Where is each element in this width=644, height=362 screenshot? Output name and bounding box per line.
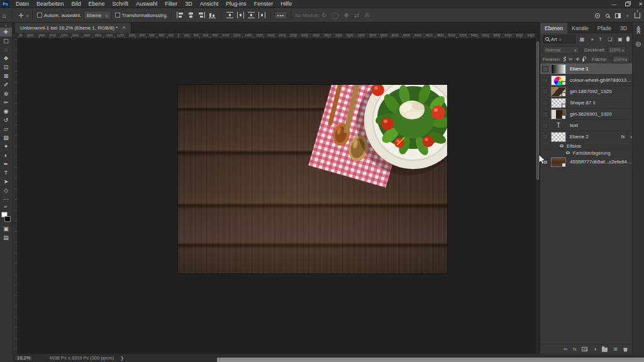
layer-name[interactable]: Ebene 2 [570, 134, 621, 140]
effects-label[interactable]: Effekte [567, 143, 581, 149]
filter-adjustment-icon[interactable]: ◑ [590, 36, 593, 42]
horizontal-scrollbar[interactable] [217, 358, 644, 362]
lock-position-icon[interactable]: ✛ [575, 57, 580, 62]
canvas-image[interactable] [178, 85, 447, 273]
search-icon[interactable] [606, 14, 609, 18]
restore-button[interactable] [625, 3, 630, 6]
color-overlay-label[interactable]: Farbüberlagerung [573, 150, 611, 156]
menu-schrift[interactable]: Schrift [109, 0, 133, 8]
fill-field[interactable]: 100% ∨ [612, 55, 630, 63]
adjustment-layer-icon[interactable]: ◑ [593, 346, 596, 352]
menu-datei[interactable]: Datei [12, 0, 33, 8]
effects-row[interactable]: Effekte [540, 143, 633, 150]
home-icon[interactable]: ⌂ [0, 12, 9, 19]
menu-3d[interactable]: 3D [181, 0, 196, 8]
visibility-toggle[interactable] [542, 123, 548, 129]
filter-type-icon[interactable]: T [599, 36, 602, 42]
align-left-icon[interactable] [177, 12, 184, 18]
menu-ebene[interactable]: Ebene [85, 0, 109, 8]
color-overlay-row[interactable]: Farbüberlagerung [540, 150, 633, 156]
lock-all-icon[interactable] [582, 58, 584, 62]
tool-lasso[interactable]: ◌ [0, 45, 12, 54]
filter-smartobject-icon[interactable]: ▣ [618, 36, 623, 42]
layer-name[interactable]: 4555ff777db5af...c2efe8428e675f [570, 159, 633, 165]
workspace-icon[interactable] [615, 13, 621, 18]
layer-thumbnail[interactable] [551, 109, 566, 119]
tool-dodge[interactable]: ◐ [0, 151, 12, 160]
layer-name[interactable]: Shape 87 1 [570, 100, 633, 106]
layer-name[interactable]: girl-1867092_1920 [570, 89, 633, 94]
layer-row-shape[interactable]: Shape 87 1 [540, 97, 633, 109]
align-bottom-icon[interactable] [209, 12, 216, 18]
tool-clone-stamp[interactable]: ◉ [0, 107, 12, 116]
new-group-icon[interactable] [602, 348, 608, 352]
layer-thumbnail[interactable] [551, 64, 566, 74]
lock-transparency-icon[interactable] [564, 57, 567, 62]
move-tool-icon[interactable]: ✛ [16, 12, 26, 19]
tab-pfade[interactable]: Pfade [593, 23, 616, 33]
tool-eraser[interactable]: ▱ [0, 124, 12, 133]
lock-pixels-icon[interactable]: ✏ [569, 57, 573, 62]
tool-crop[interactable]: ⊡ [0, 63, 12, 72]
align-center-icon[interactable] [187, 12, 194, 18]
menu-bearbeiten[interactable]: Bearbeiten [33, 0, 68, 8]
swap-colors-icon[interactable]: ⇄ [0, 204, 12, 209]
distribute-heights-icon[interactable] [248, 12, 255, 18]
opacity-field[interactable]: 100% ∨ [608, 46, 626, 54]
chevron-down-icon[interactable]: ∨ [26, 13, 28, 18]
close-tab-icon[interactable]: ✕ [122, 25, 126, 30]
tool-frame[interactable]: ⊠ [0, 72, 12, 80]
tool-path-selection[interactable]: ➤ [0, 177, 12, 186]
tab-kanaele[interactable]: Kanäle [567, 23, 592, 33]
toolbar-expand-icon[interactable]: » [0, 23, 12, 28]
visibility-toggle[interactable] [542, 100, 548, 106]
layer-name[interactable]: colour-wheel-gb9f78d013_1920 [570, 77, 633, 83]
tool-brush[interactable]: ✏ [0, 98, 12, 107]
layer-name[interactable]: text [570, 123, 633, 128]
layer-name[interactable]: girl-3626901_1920 [570, 111, 633, 117]
menu-filter[interactable]: Filter [161, 0, 181, 8]
share-icon[interactable] [635, 13, 640, 18]
eye-icon[interactable] [566, 151, 570, 154]
add-mask-icon[interactable] [582, 347, 587, 351]
layer-row-ebene1[interactable]: Ebene 1 [540, 63, 633, 75]
tab-ebenen[interactable]: Ebenen [540, 23, 567, 33]
tab-3d[interactable]: 3D [616, 23, 631, 33]
menu-ansicht[interactable]: Ansicht [196, 0, 223, 8]
tool-shape[interactable]: ◇ [0, 186, 12, 195]
menu-hilfe[interactable]: Hilfe [277, 0, 296, 8]
visibility-toggle[interactable] [542, 66, 548, 72]
distribute-horizontal-icon[interactable] [237, 12, 244, 18]
tool-quick-mask[interactable]: ▣ [0, 224, 12, 233]
close-button[interactable]: ✕ [638, 1, 643, 7]
layer-thumbnail[interactable] [551, 98, 566, 108]
layer-thumbnail[interactable] [551, 132, 566, 142]
auto-select-checkbox[interactable] [37, 13, 42, 18]
menu-bild[interactable]: Bild [68, 0, 85, 8]
distribute-widths-icon[interactable] [258, 12, 265, 18]
visibility-toggle[interactable] [542, 89, 548, 95]
visibility-toggle[interactable] [542, 111, 548, 118]
zoom-level-field[interactable]: 16,2% [14, 355, 33, 361]
layer-row-girl1[interactable]: girl-1867092_1920 [540, 86, 633, 97]
layer-row-colour-wheel[interactable]: colour-wheel-gb9f78d013_1920 [540, 75, 633, 86]
layer-row-text[interactable]: T text [540, 120, 633, 131]
new-layer-icon[interactable]: ⊞ [613, 346, 618, 352]
tool-type[interactable]: T [0, 168, 12, 177]
menu-fenster[interactable]: Fenster [250, 0, 277, 8]
filter-pixel-icon[interactable]: ▦ [580, 36, 585, 42]
layer-thumbnail[interactable] [551, 87, 566, 97]
chevron-down-icon[interactable]: ∨ [626, 13, 629, 18]
transform-controls-checkbox[interactable] [115, 13, 120, 18]
tool-screen-mode[interactable]: ▤ [0, 233, 12, 242]
status-popup-icon[interactable]: ❯ [120, 356, 124, 361]
tool-history-brush[interactable]: ↺ [0, 116, 12, 124]
more-options-button[interactable]: ••• [274, 11, 287, 19]
fx-badge[interactable]: fx [621, 134, 625, 140]
menu-auswahl[interactable]: Auswahl [132, 0, 161, 8]
visibility-toggle[interactable] [542, 134, 548, 140]
link-layers-icon[interactable]: ∞ [564, 346, 567, 352]
tool-pen[interactable]: ✒ [0, 160, 12, 168]
tool-quick-selection[interactable]: ❖ [0, 54, 12, 63]
background-color-swatch[interactable] [4, 216, 11, 222]
